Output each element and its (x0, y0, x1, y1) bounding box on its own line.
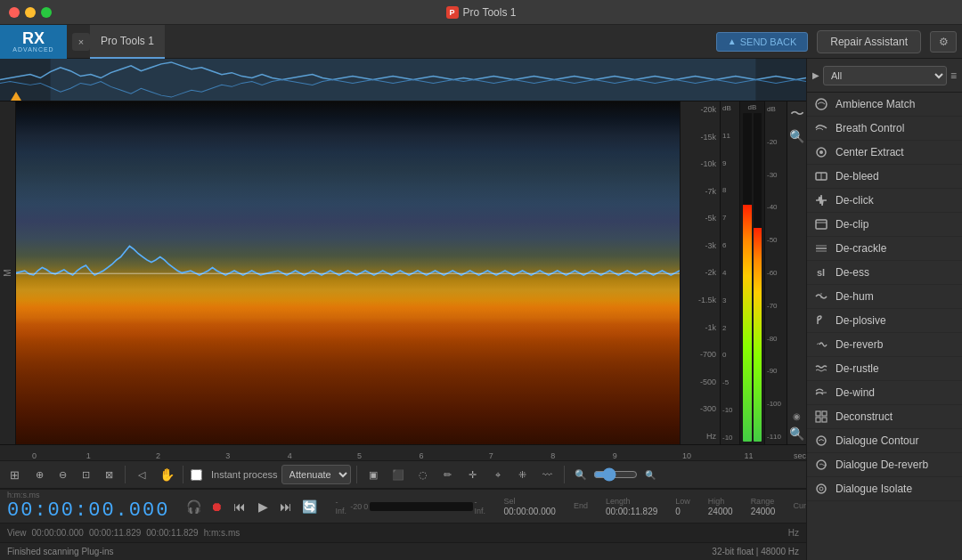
plugin-item-de-wind[interactable]: De-wind (807, 381, 962, 405)
extra-tool-button[interactable]: ⁜ (512, 464, 534, 485)
plugin-item-de-bleed[interactable]: De-bleed (807, 165, 962, 189)
record-button[interactable]: ⏺ (207, 497, 226, 516)
high-val: 24000 (708, 507, 733, 516)
plugin-list: Ambience Match Breath Control Center Ext… (807, 93, 962, 560)
zoom-selection-button[interactable]: ⊠ (98, 464, 119, 485)
time-tick-0: 0 (32, 451, 37, 460)
frequency-scale: -20k -15k -10k -7k -5k -3k -2k -1.5k -1k… (680, 101, 720, 444)
svg-point-20 (817, 460, 826, 469)
plugin-name-de-wind: De-wind (836, 386, 875, 399)
transport-controls: 🎧 ⏺ ⏮ ▶ ⏭ 🔄 (183, 497, 319, 516)
time-tick-9: 9 (613, 451, 617, 460)
zoom-out-icon[interactable]: 🔍 (789, 426, 804, 441)
lasso-tool-button[interactable]: ◌ (412, 464, 434, 485)
tab-pro-tools[interactable]: Pro Tools 1 (90, 25, 165, 59)
plugin-name-de-click: De-click (836, 194, 874, 207)
view-start: 00:00:00.000 (32, 528, 84, 538)
plugin-item-dialogue-de-reverb[interactable]: Dialogue De-reverb (807, 453, 962, 477)
maximize-button[interactable] (41, 7, 52, 18)
time-ruler-ticks: 0 1 2 3 4 5 6 7 8 9 10 11 sec (32, 445, 806, 460)
scroll-hand-button[interactable]: ✋ (156, 464, 177, 485)
plugin-item-ambience-match[interactable]: Ambience Match (807, 93, 962, 117)
waveform-overview[interactable] (0, 59, 806, 101)
rect-select-button[interactable]: ⬛ (387, 464, 409, 485)
panel-play-icon[interactable]: ▶ (812, 70, 819, 80)
skip-fwd-button[interactable]: ⏭ (276, 497, 296, 516)
pencil-tool-button[interactable]: ✏ (437, 464, 459, 485)
channel-icon[interactable]: ⊞ (4, 464, 25, 485)
close-button[interactable] (9, 7, 20, 18)
zoom-fit-button[interactable]: ⊡ (75, 464, 96, 485)
spectrogram-display[interactable] (16, 101, 680, 444)
view-label: View (7, 528, 27, 538)
instant-process-label: Instant process (211, 469, 278, 480)
plugin-filter-select[interactable]: All (823, 66, 947, 85)
plugin-item-deconstruct[interactable]: Deconstruct (807, 405, 962, 429)
overview-waveform-svg (0, 59, 806, 101)
plugin-item-breath-control[interactable]: Breath Control (807, 117, 962, 141)
freq-zoom-out-button[interactable]: 🔍 (640, 464, 661, 485)
process-select[interactable]: Attenuate (281, 465, 351, 484)
plugin-item-de-crackle[interactable]: De-crackle (807, 237, 962, 261)
plugin-item-de-clip[interactable]: De-clip (807, 213, 962, 237)
plugin-item-de-plosive[interactable]: De-plosive (807, 309, 962, 333)
right-panel: ▶ All ≡ Ambience Match (806, 59, 962, 560)
instant-process-checkbox[interactable] (191, 469, 202, 481)
plugin-item-center-extract[interactable]: Center Extract (807, 141, 962, 165)
plugin-item-de-hum[interactable]: De-hum (807, 285, 962, 309)
headphone-button[interactable]: 🎧 (183, 497, 203, 516)
circle-marker[interactable]: ◉ (793, 411, 801, 421)
time-tick-6: 6 (420, 451, 424, 460)
plugin-item-de-click[interactable]: De-click (807, 189, 962, 213)
wave-icon[interactable]: 〜 (790, 105, 804, 124)
svg-point-3 (816, 99, 827, 110)
meter-bars-container (740, 113, 764, 444)
de-ess-icon: sI (814, 265, 828, 280)
meter-0-label: 0 (363, 502, 368, 511)
freq-zoom-in-button[interactable]: 🔍 (570, 464, 591, 485)
de-hum-icon (814, 289, 828, 304)
play-button[interactable]: ▶ (253, 497, 273, 516)
dialogue-contour-icon (814, 434, 828, 448)
plugin-item-de-ess[interactable]: sI De-ess (807, 261, 962, 285)
send-back-button[interactable]: ▲ SEND BACK (716, 32, 808, 52)
end-label: End (574, 501, 588, 510)
zoom-icon[interactable]: 🔍 (789, 129, 804, 143)
de-reverb-icon (814, 337, 828, 352)
repair-assistant-button[interactable]: Repair Assistant (817, 30, 921, 53)
level-meter-transport: -Inf. -20 0 -Inf. (335, 498, 487, 515)
zoom-in-button[interactable]: ⊕ (29, 464, 50, 485)
freq-zoom-slider[interactable] (593, 467, 638, 482)
ambience-match-icon (814, 97, 828, 111)
crosshair-tool-button[interactable]: ✛ (462, 464, 484, 485)
time-tick-10: 10 (682, 451, 691, 460)
separator-3 (356, 466, 357, 483)
info-columns: Sel 00:00:00.000 End Length 00:00:11.829 (504, 497, 807, 516)
time-tick-7: 7 (489, 451, 493, 460)
tab-close-button[interactable]: × (72, 33, 90, 51)
skip-back-button[interactable]: ⏮ (230, 497, 249, 516)
plugin-item-de-rustle[interactable]: De-rustle (807, 357, 962, 381)
plugin-item-de-reverb[interactable]: De-reverb (807, 333, 962, 357)
start-info: Sel 00:00:00.000 (504, 497, 556, 516)
svg-point-19 (817, 436, 826, 445)
scroll-prev-button[interactable]: ◁ (131, 464, 152, 485)
plugin-item-dialogue-contour[interactable]: Dialogue Contour (807, 429, 962, 453)
de-click-icon (814, 193, 828, 207)
app-icon: P (446, 6, 459, 19)
high-info: High 24000 (708, 497, 733, 516)
loop-button[interactable]: 🔄 (299, 497, 319, 516)
settings-button[interactable]: ⚙ (930, 31, 957, 53)
minimize-button[interactable] (25, 7, 36, 18)
selection-tool-button[interactable]: ▣ (363, 464, 384, 485)
brush-tool-button[interactable]: ⌖ (487, 464, 509, 485)
dialogue-isolate-icon (814, 482, 828, 496)
deconstruct-icon (814, 410, 828, 424)
separator-4 (564, 466, 565, 483)
plugin-item-dialogue-isolate[interactable]: Dialogue Isolate (807, 477, 962, 501)
panel-menu-icon[interactable]: ≡ (950, 69, 957, 82)
window-controls[interactable] (9, 7, 52, 18)
zoom-out-button[interactable]: ⊖ (52, 464, 73, 485)
wave-edit-button[interactable]: 〰 (537, 464, 558, 485)
range-label: Range (751, 497, 776, 506)
